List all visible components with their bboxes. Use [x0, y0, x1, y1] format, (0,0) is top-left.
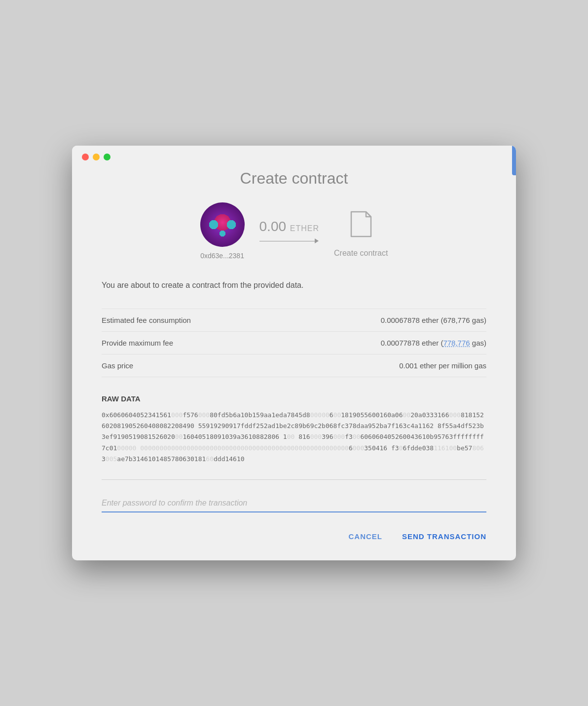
- traffic-lights: [82, 154, 110, 160]
- arrow-section: 0.00 ETHER: [259, 219, 320, 243]
- raw-data-title: RAW DATA: [102, 394, 486, 403]
- raw-data-content: 0x6060604052341561000f57600080fd5b6a10b1…: [102, 410, 486, 464]
- to-label: Create contract: [334, 249, 388, 258]
- contract-icon: [344, 204, 378, 244]
- blue-tab-decoration: [512, 146, 516, 175]
- minimize-button[interactable]: [93, 154, 100, 160]
- fee-value-3: 0.001 ether per million gas: [399, 361, 486, 370]
- titlebar: [72, 146, 516, 164]
- fee-label-1: Estimated fee consumption: [102, 316, 191, 324]
- content-area: 0xd63e...2381 0.00 ETHER: [72, 202, 516, 560]
- button-row: CANCEL SEND TRANSACTION: [102, 527, 486, 541]
- fee-label-2: Provide maximum fee: [102, 339, 173, 347]
- avatar-inner: [200, 202, 245, 247]
- cancel-button[interactable]: CANCEL: [348, 532, 382, 541]
- avatar: [200, 202, 245, 247]
- password-section: [102, 479, 486, 512]
- raw-data-section: RAW DATA 0x6060604052341561000f57600080f…: [102, 394, 486, 464]
- fee-row-2: Provide maximum fee 0.00077878 ether (77…: [102, 332, 486, 354]
- transaction-visual: 0xd63e...2381 0.00 ETHER: [102, 202, 486, 260]
- fee-value-suffix: gas): [470, 339, 486, 347]
- fee-value-prefix: 0.00077878 ether (: [381, 339, 443, 347]
- arrow-head: [315, 238, 319, 243]
- from-address: 0xd63e...2381: [200, 252, 244, 260]
- send-transaction-button[interactable]: SEND TRANSACTION: [402, 532, 486, 541]
- password-input-wrapper: [102, 495, 486, 512]
- fee-value-1: 0.00067878 ether (678,776 gas): [381, 316, 486, 324]
- maximize-button[interactable]: [104, 154, 110, 160]
- gas-link[interactable]: 778,776: [443, 339, 470, 347]
- description-text: You are about to create a contract from …: [102, 279, 486, 291]
- fee-value-2: 0.00077878 ether (778,776 gas): [381, 339, 486, 347]
- arrow-line: [259, 241, 315, 241]
- fee-row-1: Estimated fee consumption 0.00067878 eth…: [102, 309, 486, 332]
- raw-data-text: 0x6060604052341561000f57600080fd5b6a10b1…: [102, 411, 484, 462]
- direction-arrow: [259, 238, 319, 243]
- to-contract: Create contract: [334, 204, 388, 258]
- from-account: 0xd63e...2381: [200, 202, 245, 260]
- fee-label-3: Gas price: [102, 361, 133, 370]
- transaction-amount: 0.00 ETHER: [259, 219, 320, 235]
- close-button[interactable]: [82, 154, 89, 160]
- document-icon: [349, 209, 373, 239]
- page-title: Create contract: [72, 164, 516, 202]
- fee-row-3: Gas price 0.001 ether per million gas: [102, 354, 486, 377]
- password-input[interactable]: [102, 495, 486, 512]
- main-window: Create contract 0xd63e...2381 0.00 ETHER: [72, 146, 516, 560]
- fee-table: Estimated fee consumption 0.00067878 eth…: [102, 309, 486, 377]
